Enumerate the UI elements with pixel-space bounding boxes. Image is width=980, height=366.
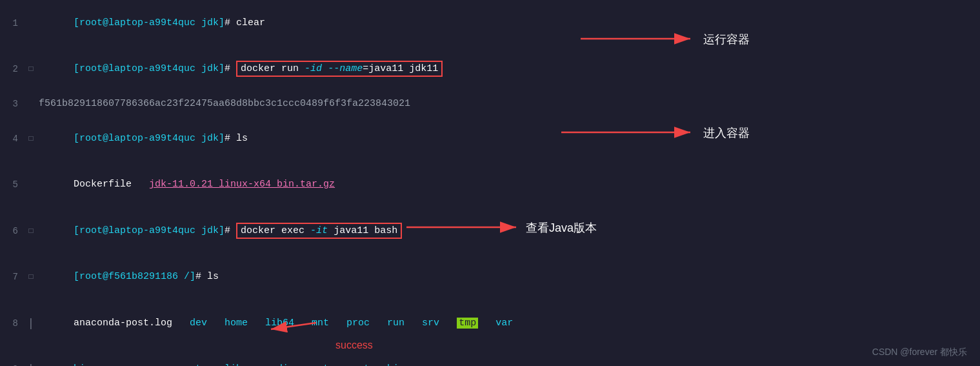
line-num-7: 7: [0, 272, 26, 282]
line-content-6: [root@laptop-a99t4quc jdk]# docker exec …: [36, 209, 980, 253]
line-content-7: [root@f561b8291186 /]# ls: [36, 256, 980, 300]
line-4: 4 □ [root@laptop-a99t4quc jdk]# ls: [0, 116, 980, 162]
line-content-9: bin etc lib media opt root sbin sys usr: [36, 348, 980, 367]
line-content-5: Dockerfile jdk-11.0.21_linux-x64_bin.tar…: [36, 163, 980, 207]
line-num-6: 6: [0, 226, 26, 236]
watermark: CSDN @forever 都快乐: [872, 347, 967, 358]
line-content-1: [root@laptop-a99t4quc jdk]# clear: [36, 1, 980, 45]
line-num-4: 4: [0, 134, 26, 144]
line-1: 1 [root@laptop-a99t4quc jdk]# clear: [0, 0, 980, 46]
line-num-2: 2: [0, 64, 26, 74]
line-7: 7 □ [root@f561b8291186 /]# ls: [0, 254, 980, 301]
line-content-2: [root@laptop-a99t4quc jdk]# docker run -…: [36, 48, 980, 92]
fold-8: |: [26, 317, 36, 330]
fold-4: □: [26, 134, 36, 143]
terminal: 1 [root@laptop-a99t4quc jdk]# clear 2 □ …: [0, 0, 980, 366]
line-2: 2 □ [root@laptop-a99t4quc jdk]# docker r…: [0, 46, 980, 93]
fold-9: |: [26, 363, 36, 366]
success-label: success: [335, 340, 373, 352]
line-content-4: [root@laptop-a99t4quc jdk]# ls: [36, 117, 980, 161]
line-num-1: 1: [0, 18, 26, 28]
fold-2: □: [26, 65, 36, 74]
line-content-8: anaconda-post.log dev home lib64 mnt pro…: [36, 301, 980, 345]
line-num-8: 8: [0, 318, 26, 329]
line-6: 6 □ [root@laptop-a99t4quc jdk]# docker e…: [0, 208, 980, 254]
line-num-5: 5: [0, 179, 26, 190]
fold-6: □: [26, 227, 36, 236]
fold-7: □: [26, 272, 36, 281]
line-8: 8 | anaconda-post.log dev home lib64 mnt…: [0, 300, 980, 347]
line-content-3: f561b829118607786366ac23f22475aa68d8bbc3…: [36, 97, 980, 112]
line-num-3: 3: [0, 99, 26, 109]
line-3: 3 f561b829118607786366ac23f22475aa68d8bb…: [0, 92, 980, 116]
line-9: 9 | bin etc lib media opt root sbin sys …: [0, 347, 980, 367]
line-5: 5 Dockerfile jdk-11.0.21_linux-x64_bin.t…: [0, 162, 980, 208]
